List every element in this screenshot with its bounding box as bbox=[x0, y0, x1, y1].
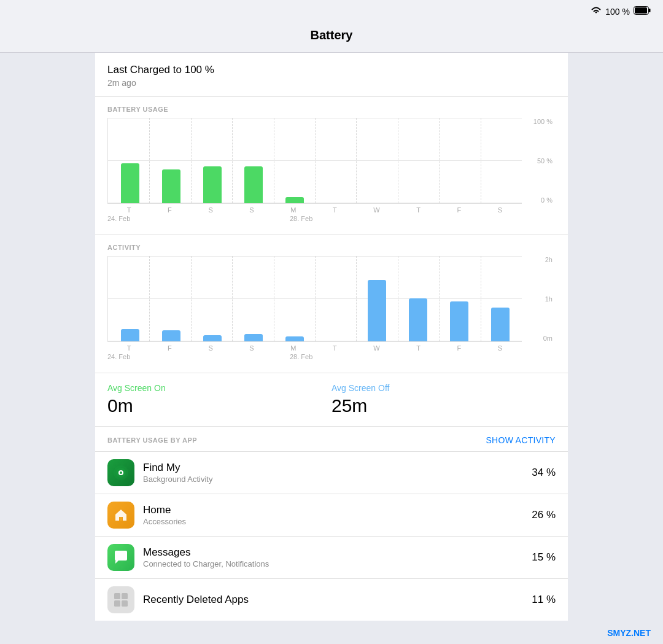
battery-icon bbox=[634, 6, 651, 17]
app-icon-messages bbox=[107, 544, 134, 571]
last-charged-title: Last Charged to 100 % bbox=[107, 64, 556, 76]
app-pct-findmy: 34 % bbox=[532, 467, 556, 479]
activity-chart: ACTIVITY bbox=[95, 235, 568, 373]
battery-by-app-header: BATTERY USAGE BY APP SHOW ACTIVITY bbox=[95, 427, 568, 451]
svg-rect-9 bbox=[122, 593, 128, 599]
app-sub-findmy: Background Activity bbox=[143, 475, 532, 484]
last-charged-section: Last Charged to 100 % 2m ago bbox=[95, 53, 568, 97]
last-charged-time: 2m ago bbox=[107, 78, 556, 88]
svg-rect-10 bbox=[114, 600, 120, 607]
avg-screen-on-value: 0m bbox=[107, 395, 332, 416]
svg-rect-7 bbox=[120, 517, 122, 521]
status-bar-right: 100 % bbox=[591, 6, 651, 17]
watermark: SMYZ.NET bbox=[607, 628, 651, 638]
app-info-findmy: Find My Background Activity bbox=[143, 462, 532, 484]
avg-screen-off-label: Avg Screen Off bbox=[332, 383, 556, 393]
app-name-messages: Messages bbox=[143, 546, 532, 559]
battery-percentage: 100 % bbox=[605, 7, 630, 17]
app-info-messages: Messages Connected to Charger, Notificat… bbox=[143, 546, 532, 568]
page-title: Battery bbox=[0, 28, 663, 42]
battery-usage-area: 100 % 50 % 0 % T F S S M T W T bbox=[107, 118, 556, 228]
app-name-deleted: Recently Deleted Apps bbox=[143, 594, 532, 606]
svg-rect-2 bbox=[635, 7, 647, 14]
app-icon-findmy bbox=[107, 459, 134, 486]
avg-screen-off-value: 25m bbox=[332, 395, 556, 416]
svg-rect-11 bbox=[122, 600, 128, 607]
app-sub-messages: Connected to Charger, Notifications bbox=[143, 559, 532, 568]
app-pct-messages: 15 % bbox=[532, 551, 556, 564]
battery-bars-area bbox=[107, 118, 522, 204]
app-item-messages[interactable]: Messages Connected to Charger, Notificat… bbox=[95, 536, 568, 578]
app-info-home: Home Accessories bbox=[143, 504, 532, 526]
activity-bars-area bbox=[107, 256, 522, 342]
battery-by-app-label: BATTERY USAGE BY APP bbox=[107, 436, 197, 444]
app-info-deleted: Recently Deleted Apps bbox=[143, 594, 532, 607]
app-pct-deleted: 11 % bbox=[532, 594, 556, 606]
app-sub-home: Accessories bbox=[143, 517, 532, 526]
app-name-home: Home bbox=[143, 504, 532, 516]
main-content: Last Charged to 100 % 2m ago BATTERY USA… bbox=[0, 53, 663, 633]
activity-y-axis: 2h 1h 0m bbox=[522, 256, 556, 342]
battery-usage-label: BATTERY USAGE bbox=[107, 106, 556, 113]
app-icon-deleted bbox=[107, 586, 134, 613]
avg-section: Avg Screen On 0m Avg Screen Off 25m bbox=[95, 373, 568, 427]
app-item-findmy[interactable]: Find My Background Activity 34 % bbox=[95, 451, 568, 494]
app-name-findmy: Find My bbox=[143, 462, 532, 474]
svg-rect-1 bbox=[649, 9, 651, 12]
activity-label: ACTIVITY bbox=[107, 244, 556, 251]
battery-usage-chart: BATTERY USAGE bbox=[95, 97, 568, 235]
avg-screen-on-label: Avg Screen On bbox=[107, 383, 332, 393]
svg-rect-8 bbox=[114, 593, 120, 599]
app-item-home[interactable]: Home Accessories 26 % bbox=[95, 494, 568, 536]
battery-y-axis: 100 % 50 % 0 % bbox=[522, 118, 556, 204]
content-card: Last Charged to 100 % 2m ago BATTERY USA… bbox=[95, 53, 568, 621]
svg-point-6 bbox=[120, 471, 122, 474]
avg-screen-off: Avg Screen Off 25m bbox=[332, 383, 556, 416]
app-icon-home bbox=[107, 502, 134, 529]
wifi-icon bbox=[591, 6, 602, 17]
app-item-deleted[interactable]: Recently Deleted Apps 11 % bbox=[95, 578, 568, 621]
avg-screen-on: Avg Screen On 0m bbox=[107, 383, 332, 416]
app-pct-home: 26 % bbox=[532, 509, 556, 521]
show-activity-button[interactable]: SHOW ACTIVITY bbox=[486, 435, 556, 445]
activity-area: 2h 1h 0m T F S S M T W T F bbox=[107, 256, 556, 367]
title-bar: Battery bbox=[0, 23, 663, 53]
status-bar: 100 % bbox=[0, 0, 663, 23]
